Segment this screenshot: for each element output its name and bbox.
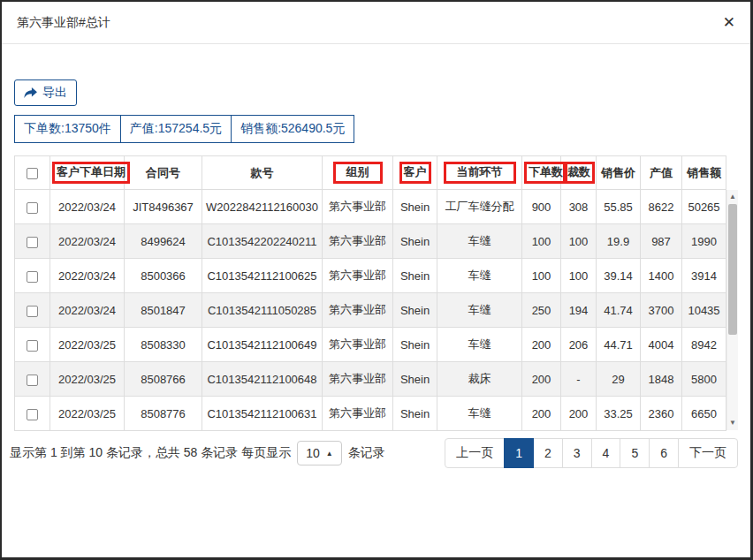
table-cell: Shein: [393, 224, 437, 259]
table-cell: Shein: [393, 397, 437, 431]
export-button[interactable]: 导出: [14, 79, 77, 106]
table-cell: 250: [522, 293, 561, 328]
close-icon[interactable]: ✕: [723, 15, 735, 30]
table-cell: 100: [522, 224, 561, 259]
scrollbar-thumb[interactable]: [728, 204, 737, 335]
page-button-6[interactable]: 6: [649, 438, 679, 468]
row-checkbox[interactable]: [27, 306, 38, 317]
row-checkbox[interactable]: [27, 375, 38, 386]
table-cell: 第六事业部: [323, 224, 393, 259]
row-checkbox-cell: [15, 259, 50, 293]
page-button-3[interactable]: 3: [562, 438, 592, 468]
row-checkbox-cell: [15, 362, 50, 397]
column-header-1: 合同号: [125, 156, 202, 190]
page-size-dropdown[interactable]: 10 ▲: [297, 441, 342, 465]
table-cell: Shein: [393, 293, 437, 328]
page-button-5[interactable]: 5: [620, 438, 650, 468]
modal-titlebar: 第六事业部#总计 ✕: [2, 2, 750, 44]
summary-stats: 下单数:13750件 产值:157254.5元 销售额:526490.5元: [14, 115, 738, 143]
table-cell: 8501847: [125, 293, 202, 328]
pagination-info-prefix: 显示第 1 到第 10 条记录，总共 58 条记录 每页显示: [10, 445, 291, 461]
table-cell: 200: [522, 362, 561, 397]
table-row: 2022/03/248500366C1013542112100625第六事业部S…: [15, 259, 726, 293]
page-button-4[interactable]: 4: [591, 438, 621, 468]
column-header-3: 组别: [323, 156, 393, 190]
table-cell: 4004: [641, 328, 682, 362]
highlighted-header-label: 客户下单日期: [52, 162, 130, 183]
table-cell: 第六事业部: [323, 328, 393, 362]
table-cell: 车缝: [437, 224, 522, 259]
table-cell: 车缝: [437, 259, 522, 293]
row-checkbox[interactable]: [27, 409, 38, 420]
highlighted-header-label: 下单数: [524, 162, 567, 183]
column-header-5: 当前环节: [437, 156, 522, 190]
table-cell: 第六事业部: [323, 190, 393, 224]
table-cell: 3914: [682, 259, 726, 293]
table-cell: C1013542202240211: [202, 224, 323, 259]
table-cell: 100: [561, 259, 597, 293]
table-cell: 100: [522, 259, 561, 293]
table-cell: C1013542111050285: [202, 293, 323, 328]
row-checkbox-cell: [15, 397, 50, 431]
highlighted-header-label: 裁数: [563, 162, 595, 183]
row-checkbox[interactable]: [27, 202, 38, 214]
column-header-0: 客户下单日期: [50, 156, 125, 190]
table-cell: 50265: [682, 190, 726, 224]
highlighted-header-label: 客户: [399, 162, 431, 183]
table-cell: 200: [561, 397, 597, 431]
export-button-label: 导出: [42, 85, 67, 101]
table-cell: 1848: [641, 362, 682, 397]
table-cell: C1013542112100631: [202, 397, 323, 431]
table-cell: 第六事业部: [323, 293, 393, 328]
table-cell: 200: [522, 397, 561, 431]
table-header-row: 客户下单日期合同号款号组别客户当前环节下单数裁数销售价产值销售额: [15, 156, 726, 190]
row-checkbox-cell: [15, 328, 50, 362]
table-cell: 车缝: [437, 293, 522, 328]
select-all-cell: [15, 156, 50, 190]
table-cell: 2022/03/24: [50, 293, 125, 328]
column-header-10: 销售额: [682, 156, 726, 190]
next-page-button[interactable]: 下一页: [678, 438, 738, 468]
table-cell: 2360: [641, 397, 682, 431]
page-button-2[interactable]: 2: [533, 438, 563, 468]
table-cell: 2022/03/24: [50, 190, 125, 224]
caret-up-icon: ▲: [326, 450, 333, 458]
export-arrow-icon: [24, 87, 37, 99]
table-cell: Shein: [393, 190, 437, 224]
row-checkbox[interactable]: [27, 237, 38, 248]
table-cell: 2022/03/24: [50, 224, 125, 259]
table-cell: 工厂车缝分配: [437, 190, 522, 224]
table-cell: 41.74: [597, 293, 641, 328]
stat-badge-output-value: 产值:157254.5元: [120, 115, 232, 143]
page-size-value: 10: [306, 446, 320, 460]
table-cell: 10435: [682, 293, 726, 328]
summary-modal: 第六事业部#总计 ✕ 导出 下单数:13750件 产值:157254.5元 销售…: [0, 0, 753, 560]
scroll-down-icon[interactable]: ▼: [727, 417, 738, 429]
table-cell: 第六事业部: [323, 362, 393, 397]
table-cell: 8500366: [125, 259, 202, 293]
table-row: 2022/03/248501847C1013542111050285第六事业部S…: [15, 293, 726, 328]
row-checkbox[interactable]: [27, 271, 38, 283]
page-button-1[interactable]: 1: [504, 438, 534, 468]
table-cell: 987: [641, 224, 682, 259]
table-cell: 29: [597, 362, 641, 397]
table-cell: 5800: [682, 362, 726, 397]
select-all-checkbox[interactable]: [27, 168, 38, 179]
table-row: 2022/03/258508776C1013542112100631第六事业部S…: [15, 397, 726, 431]
table-cell: 44.71: [597, 328, 641, 362]
table-cell: 900: [522, 190, 561, 224]
table-cell: 308: [561, 190, 597, 224]
row-checkbox-cell: [15, 293, 50, 328]
scroll-up-icon[interactable]: ▲: [727, 191, 738, 203]
row-checkbox[interactable]: [27, 340, 38, 352]
table-cell: 33.25: [597, 397, 641, 431]
table-row: 2022/03/24JIT8496367W2022842112160030第六事…: [15, 190, 726, 224]
table-cell: 2022/03/24: [50, 259, 125, 293]
table-cell: 206: [561, 328, 597, 362]
table-cell: 8622: [641, 190, 682, 224]
prev-page-button[interactable]: 上一页: [445, 438, 505, 468]
stat-badge-order-count: 下单数:13750件: [14, 115, 121, 143]
stat-badge-sales-amount: 销售额:526490.5元: [231, 115, 354, 143]
vertical-scrollbar[interactable]: ▲ ▼: [726, 190, 738, 430]
table-cell: -: [561, 362, 597, 397]
